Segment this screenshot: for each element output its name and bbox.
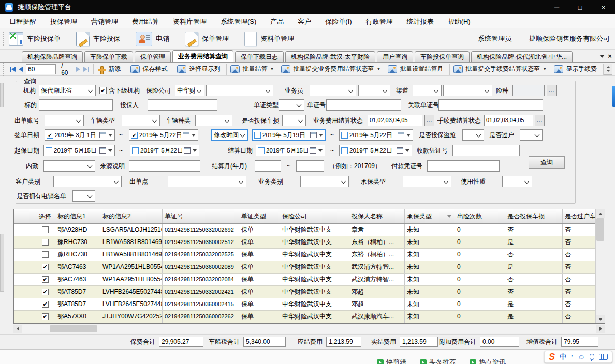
row-checkbox[interactable]: ✔	[42, 289, 49, 295]
biz-fee-status-picker-button[interactable]: …	[424, 115, 434, 126]
dropdown-arrow-icon[interactable]	[319, 134, 323, 136]
payment-no-input[interactable]	[427, 160, 500, 172]
header-applicant[interactable]: 投保人名称	[349, 209, 405, 223]
ime-mode-toggle[interactable]: 中	[560, 352, 566, 361]
menu-item[interactable]: 客户	[298, 17, 311, 26]
table-row[interactable]: ✔ 鄂AT85D7 LVHFB2645E5027448 021942981125…	[14, 298, 595, 311]
dropdown-arrow-icon[interactable]	[192, 134, 196, 136]
vehicle-kind-select[interactable]	[195, 115, 232, 126]
menu-item[interactable]: 日程提醒	[9, 17, 36, 26]
receipt-no-input[interactable]	[452, 145, 520, 156]
toolbar-button[interactable]: 批量提交手续费结算状态至 ▼	[449, 64, 550, 75]
taskbar-item[interactable]: 热点资讯	[470, 358, 506, 364]
include-sub-checkbox[interactable]: ✔	[99, 87, 107, 94]
row-checkbox[interactable]: ✔	[42, 276, 49, 283]
toolbar-button[interactable]: 选择显示列	[173, 64, 226, 75]
issue-point-select[interactable]	[168, 176, 246, 187]
search-button[interactable]: 查询	[529, 156, 565, 169]
emoji-icon[interactable]: ☺	[578, 353, 585, 361]
data-sheet-manage-button[interactable]: 资料单管理	[244, 32, 294, 46]
keyboard-icon[interactable]	[599, 354, 608, 360]
salesman-select-2[interactable]	[358, 85, 390, 96]
has-tel-list-select[interactable]	[72, 190, 95, 202]
date-checkbox[interactable]	[341, 132, 348, 139]
biz-fee-status-input[interactable]: 01,02,03,04,05	[368, 115, 422, 126]
taskbar-item[interactable]: 快剪辑	[377, 358, 406, 364]
date-checkbox[interactable]	[46, 147, 52, 154]
header-underwrite-type[interactable]: 承保类型	[405, 209, 455, 223]
menu-item[interactable]: 投保管理	[50, 17, 77, 26]
vehicle-type-select[interactable]	[122, 115, 160, 126]
tab-list-dropdown-icon[interactable]	[599, 55, 605, 58]
table-row[interactable]: ✔ 鄂AC7463 WP1AA2951HLB05540 021942981125…	[14, 274, 595, 286]
table-row[interactable]: ✔ 鄂AT85D7 LVHFB2645E5027448 021942981125…	[14, 286, 595, 298]
internal-select[interactable]	[43, 160, 95, 172]
car-damage-select[interactable]	[282, 115, 306, 126]
sort-arrow-icon[interactable]	[447, 215, 451, 218]
dropdown-arrow-icon[interactable]	[406, 134, 411, 136]
header-car-damage[interactable]: 是否投保车损	[505, 209, 563, 223]
row-checkbox[interactable]: ✔	[42, 301, 49, 308]
risk-input[interactable]	[512, 85, 545, 96]
menu-item[interactable]: 保险单(I)	[325, 17, 352, 26]
issue-account-select[interactable]	[45, 115, 84, 126]
toolbar-button[interactable]: 保存样式	[127, 64, 173, 75]
tab[interactable]: 保单下载日志	[235, 51, 284, 62]
start-date-from-picker[interactable]: 2019年 5月15日	[43, 145, 115, 156]
record-number-input[interactable]: 60	[26, 64, 56, 74]
settle-month-from-input[interactable]	[255, 160, 281, 172]
tab[interactable]: 机构保险品牌查询	[22, 51, 83, 62]
horizontal-scrollbar[interactable]	[13, 325, 605, 333]
tab[interactable]: 车险投保单查询	[415, 51, 470, 62]
toolbar-button[interactable]: 批量提交业务费用结算状态至 ▼	[277, 64, 384, 75]
minimize-button[interactable]: ─	[545, 0, 568, 14]
insurer-select-1[interactable]: 中华财险	[175, 85, 204, 96]
date-checkbox[interactable]: ✔	[131, 132, 138, 139]
tab[interactable]: 机构保险品牌-武汉-太平财险	[285, 51, 375, 62]
microphone-icon[interactable]	[590, 354, 594, 360]
channel-select-2[interactable]	[443, 85, 492, 96]
date-checkbox[interactable]	[258, 147, 265, 154]
fee-status-picker-button[interactable]: …	[535, 115, 545, 126]
scroll-right-icon[interactable]	[596, 325, 605, 333]
modify-time-from-picker[interactable]: 2019年 5月19日	[252, 129, 326, 141]
date-checkbox[interactable]	[132, 147, 139, 154]
theft-select[interactable]	[462, 129, 484, 141]
menu-item[interactable]: 产品	[270, 17, 284, 26]
maximize-button[interactable]: □	[568, 0, 592, 14]
salesman-select-1[interactable]	[310, 85, 356, 96]
car-insure-button[interactable]: 车险投保	[76, 32, 120, 46]
org-select[interactable]: 保代湖北省	[39, 85, 96, 96]
dropdown-arrow-icon[interactable]	[405, 149, 409, 152]
toolbar-overflow-button[interactable]	[604, 64, 612, 75]
settle-date-to-picker[interactable]: 2019年 5月22日	[339, 145, 412, 156]
previous-record-button[interactable]	[19, 67, 23, 72]
row-checkbox[interactable]: ✔	[42, 264, 49, 270]
header-transferred[interactable]: 是否过户车	[563, 209, 595, 223]
first-record-button[interactable]	[10, 67, 16, 72]
settle-month-to-input[interactable]	[296, 160, 324, 172]
date-checkbox[interactable]: ✔	[47, 132, 53, 139]
row-checkbox[interactable]	[42, 239, 49, 246]
applicant-input[interactable]	[148, 99, 217, 111]
header-select[interactable]: 选择	[33, 209, 55, 223]
next-record-button[interactable]	[76, 67, 80, 72]
start-date-to-picker[interactable]: 2019年 5月22日	[130, 145, 199, 156]
date-checkbox[interactable]	[254, 132, 261, 139]
biz-type-select[interactable]	[300, 176, 349, 187]
close-button[interactable]: ×	[592, 0, 615, 14]
customer-type-select[interactable]	[53, 176, 122, 187]
table-row[interactable]: 豫RHC730 LB1WA5881B8014698 02194298112503…	[14, 236, 595, 249]
source-input[interactable]	[129, 160, 200, 172]
vertical-scrollbar[interactable]	[595, 209, 605, 323]
scrollbar-thumb[interactable]	[50, 325, 97, 332]
header-doc-no[interactable]: 单证号	[163, 209, 239, 223]
dropdown-arrow-icon[interactable]	[108, 149, 112, 152]
header-info2[interactable]: 标的信息2	[100, 209, 163, 223]
usage-select[interactable]	[502, 176, 532, 187]
ime-punctuation-toggle[interactable]: ’	[571, 353, 573, 361]
subject-input[interactable]	[39, 99, 113, 111]
risk-picker-button[interactable]: …	[547, 85, 557, 96]
menu-item[interactable]: 行政管理	[366, 17, 393, 26]
header-company[interactable]: 保险公司	[280, 209, 349, 223]
